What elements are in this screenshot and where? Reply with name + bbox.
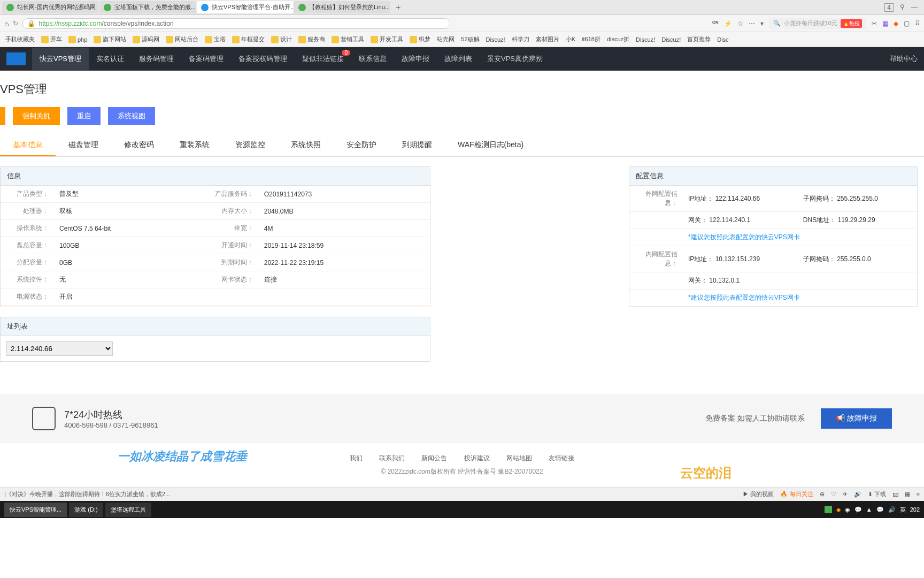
tab-expire[interactable]: 到期提醒 [389, 135, 445, 156]
bookmark-item[interactable]: 素材图片 [534, 34, 561, 44]
bookmark-item[interactable]: it618所 [580, 34, 603, 44]
footer-link[interactable]: 我们 [350, 454, 363, 462]
tray-icon[interactable]: 💬 [876, 506, 884, 513]
footer-link[interactable]: 网站地图 [506, 454, 532, 462]
nav-vps-manage[interactable]: 快云VPS管理 [32, 48, 89, 70]
footer-link[interactable]: 友情链接 [549, 454, 574, 462]
config-note[interactable]: *建议您按照此表配置您的快云VPS网卡 [683, 229, 917, 246]
bookmark-item[interactable]: Discuz! [634, 35, 657, 44]
config-note[interactable]: *建议您按照此表配置您的快云VPS网卡 [683, 290, 917, 307]
new-tab-button[interactable]: + [391, 3, 405, 12]
action-btn-0[interactable] [0, 107, 5, 125]
tray-icon[interactable]: ◉ [845, 506, 850, 513]
bookmark-item[interactable]: 设计 [269, 34, 294, 44]
bottom-icon[interactable]: 🖂 [892, 491, 898, 498]
nav-verify[interactable]: 景安VPS真伪辨别 [480, 48, 550, 70]
tray-time[interactable]: 202 [910, 506, 920, 513]
tab-basic-info[interactable]: 基本信息 [0, 135, 56, 156]
nav-auth-code[interactable]: 备案授权码管理 [231, 48, 295, 70]
bookmark-item[interactable]: 开车 [39, 34, 64, 44]
bottom-icon[interactable]: ≡ [917, 491, 920, 498]
bottom-icon[interactable]: ⊕ [820, 491, 825, 498]
search-box[interactable]: 🔍 小龙虾每斤跌破10元 🔥热搜 [769, 18, 866, 29]
flash-icon[interactable]: ⚡ [724, 20, 732, 27]
home-icon[interactable]: ⌂ [4, 19, 9, 28]
bookmark-item[interactable]: 宝塔 [203, 34, 228, 44]
bookmark-item[interactable]: 站壳网 [435, 34, 457, 44]
bookmark-item[interactable]: 首页推荐 [685, 34, 713, 44]
bookmark-item[interactable]: Discuz! [659, 35, 683, 44]
news-ticker[interactable]: |《对决》今晚开播，这部剧值得期待！6位实力派坐镇，欲成2... [4, 490, 170, 498]
footer-link[interactable]: 投诉建议 [464, 454, 490, 462]
tray-icon[interactable]: ◆ [836, 506, 841, 513]
ext2-icon[interactable]: ▢ [904, 20, 910, 27]
bookmark-item[interactable]: 小K [564, 34, 578, 44]
help-link[interactable]: 帮助中心 [890, 54, 918, 64]
nav-illegal-link[interactable]: 疑似非法链接0 [295, 48, 351, 70]
tray-icon[interactable]: 💬 [854, 506, 862, 513]
nav-realname[interactable]: 实名认证 [89, 48, 132, 70]
tab-security[interactable]: 安全防护 [334, 135, 389, 156]
window-pin-icon[interactable]: ⚲ [900, 3, 905, 12]
bookmark-item[interactable]: 网站后台 [164, 34, 201, 44]
tab-monitor[interactable]: 资源监控 [222, 135, 278, 156]
tray-volume-icon[interactable]: 🔊 [888, 506, 896, 513]
url-input[interactable]: 🔒 https://nssp.zzidc.com/console/vps/ind… [22, 18, 450, 29]
bookmark-item[interactable]: 开发工具 [368, 34, 405, 44]
logo[interactable] [6, 52, 26, 65]
star-icon[interactable]: ☆ [737, 20, 743, 27]
ip-select[interactable]: 2.114.240.66 [6, 341, 113, 356]
tray-icon[interactable] [825, 506, 832, 513]
bookmark-item[interactable]: Disc [715, 35, 730, 44]
bookmark-item[interactable]: 年框提交 [230, 34, 267, 44]
refresh-icon[interactable]: ↻ [13, 20, 18, 27]
bookmark-item[interactable]: 52破解 [459, 34, 481, 44]
tab-snapshot[interactable]: 系统快照 [278, 135, 334, 156]
nav-service-code[interactable]: 服务码管理 [132, 48, 181, 70]
nav-contact[interactable]: 联系信息 [351, 48, 394, 70]
bookmark-item[interactable]: Discuz! [484, 35, 507, 44]
bookmark-item[interactable]: 织梦 [407, 34, 433, 44]
tab-disk[interactable]: 磁盘管理 [56, 135, 111, 156]
tab-waf[interactable]: WAF检测日志(beta) [445, 135, 536, 156]
nav-record-code[interactable]: 备案码管理 [181, 48, 231, 70]
ext1-icon[interactable]: ◆ [894, 20, 898, 27]
bottom-icon[interactable]: 🔊 [854, 491, 861, 498]
footer-link[interactable]: 联系我们 [379, 454, 405, 462]
tray-icon[interactable]: ▲ [866, 506, 872, 513]
value-link[interactable]: 开启 [54, 288, 205, 306]
nav-fault-list[interactable]: 故障列表 [437, 48, 480, 70]
bottom-item[interactable]: 🔥 每日关注 [780, 490, 813, 498]
fault-report-button[interactable]: 📢 故障申报 [821, 408, 892, 429]
bottom-icon[interactable]: ♡ [831, 491, 836, 498]
bookmark-item[interactable]: 旗下网站 [91, 34, 128, 44]
browser-tab[interactable]: 宝塔面板下载，免费全能的服...× [99, 1, 196, 13]
tab-reinstall[interactable]: 重装系统 [167, 135, 222, 156]
tray-ime[interactable]: 英 [900, 506, 906, 514]
window-minimize-icon[interactable]: — [911, 3, 918, 12]
bookmark-item[interactable]: php [66, 35, 89, 44]
bookmark-item[interactable]: 营销工具 [329, 34, 366, 44]
bookmark-item[interactable]: 源码网 [130, 34, 161, 44]
bottom-item[interactable]: ▶ 我的视频 [743, 490, 774, 498]
browser-tab[interactable]: 快云VPS智能管理平台-自助开...× [197, 1, 293, 13]
force-shutdown-button[interactable]: 强制关机 [13, 107, 60, 125]
chevron-down-icon[interactable]: ▾ [760, 20, 764, 27]
value-link[interactable]: 连接 [259, 271, 430, 288]
bottom-icon[interactable]: ✈ [843, 491, 848, 498]
tab-password[interactable]: 修改密码 [111, 135, 167, 156]
bookmark-item[interactable]: discuz折 [605, 34, 632, 44]
bookmark-item[interactable]: 服务商 [296, 34, 327, 44]
taskbar-item[interactable]: 堡塔远程工具 [105, 503, 151, 517]
shield-icon[interactable]: ᴼᴺ [712, 20, 719, 27]
bottom-icon[interactable]: ▦ [905, 491, 910, 498]
bookmark-item[interactable]: 手机收藏夹 [3, 34, 37, 44]
restart-button[interactable]: 重启 [67, 107, 101, 125]
browser-tab[interactable]: 站长网-国内优秀的网站源码网× [2, 1, 98, 13]
taskbar-item[interactable]: 快云VPS智能管理... [4, 503, 67, 517]
scissors-icon[interactable]: ✂ [872, 20, 877, 27]
taskbar-item[interactable]: 游戏 (D:) [69, 503, 103, 517]
bottom-item[interactable]: ⬇ 下载 [868, 490, 886, 498]
nav-fault-report[interactable]: 故障申报 [394, 48, 437, 70]
footer-link[interactable]: 新闻公告 [421, 454, 447, 462]
